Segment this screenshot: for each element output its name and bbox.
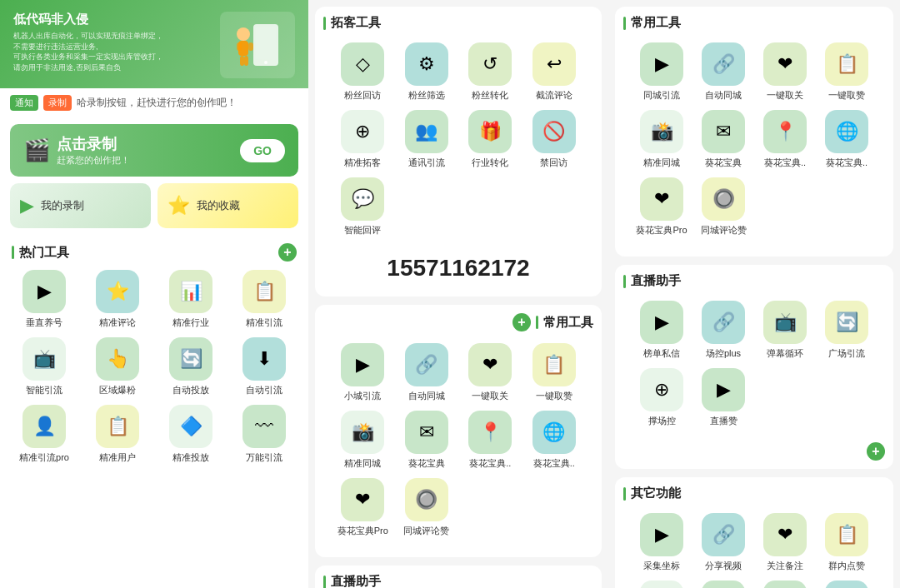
tool-item[interactable]: ⬇自动引流	[232, 337, 297, 396]
tool-item[interactable]: 〰万能引流	[232, 405, 297, 464]
tool-item[interactable]: ▶群内引流	[820, 581, 873, 588]
tuke-indicator	[323, 17, 326, 30]
tool-item[interactable]: ◇粉丝回访	[335, 42, 391, 102]
tool-item[interactable]: ↺粉丝转化	[462, 42, 518, 102]
tool-item[interactable]: ▶一键拉黑	[697, 581, 750, 588]
tool-icon: 🔗	[702, 513, 745, 556]
tool-item[interactable]: 🔄自动投放	[158, 337, 223, 396]
tool-label: 分享视频	[705, 560, 742, 572]
notice-bar: 通知 录制 哈录制按钮，赶快进行您的创作吧！	[0, 88, 308, 117]
tool-item[interactable]: ❤一键取关	[462, 343, 518, 402]
mid-common-plus-button[interactable]: +	[512, 313, 531, 331]
tool-item[interactable]: 🔘同城评论赞	[399, 478, 455, 537]
tool-item[interactable]: 🎁行业转化	[462, 110, 518, 169]
tool-label: 精准同城	[643, 157, 680, 169]
svg-rect-1	[256, 27, 276, 59]
tool-item[interactable]: ⊕精准拓客	[335, 110, 391, 169]
tool-item[interactable]: 👆区域爆粉	[85, 337, 150, 396]
tuke-tools-header: 拓客工具	[323, 15, 593, 31]
tool-item[interactable]: ▶采集坐标	[635, 513, 688, 572]
tool-item[interactable]: 🚫禁回访	[527, 110, 582, 169]
my-collection-card[interactable]: ⭐ 我的收藏	[158, 183, 298, 228]
tool-icon: 🔗	[702, 301, 745, 344]
mid-common-tools-card: + 常用工具 ▶小城引流🔗自动同城❤一键取关📋一键取赞📸精准同城✉葵花宝典📍葵花…	[315, 305, 602, 557]
tool-item[interactable]: ▶榜单私信	[635, 301, 688, 360]
tuke-tools-card: 拓客工具 ◇粉丝回访⚙粉丝筛选↺粉丝转化↩截流评论⊕精准拓客👥通讯引流🎁行业转化…	[315, 7, 602, 296]
tool-item[interactable]: ⭐精准评论	[85, 270, 150, 329]
tool-item[interactable]: ⚙粉丝筛选	[399, 42, 455, 102]
tool-label: 小城引流	[344, 390, 381, 402]
record-banner[interactable]: 🎬 点击录制 赶紧您的创作把！ GO	[10, 124, 298, 177]
tool-item[interactable]: 📍葵花宝典..	[758, 110, 812, 169]
tool-item[interactable]: 📊精准行业	[158, 270, 223, 329]
tool-item[interactable]: ❤一键取关	[758, 42, 812, 102]
tool-item[interactable]: ▶直播赞	[697, 368, 750, 427]
tool-item[interactable]: 📺弹幕循环	[758, 301, 812, 360]
tool-item[interactable]: 🌐葵花宝典..	[527, 411, 582, 470]
tool-item[interactable]: 🔗分享视频	[697, 513, 750, 572]
tool-item[interactable]: 🔗自动同城	[399, 343, 455, 402]
tool-icon: ❤	[640, 177, 683, 221]
tool-item[interactable]: ⊕撑场控	[635, 368, 688, 427]
tool-item[interactable]: 🔷精准投放	[158, 405, 223, 464]
tool-item[interactable]: 🔄广场引流	[820, 301, 873, 360]
tool-label: 区域爆粉	[99, 384, 136, 396]
tool-item[interactable]: ▶同城引流	[635, 42, 688, 102]
tool-item[interactable]: ▶一键去粉	[758, 581, 812, 588]
tool-icon: ▶	[825, 581, 868, 588]
tool-item[interactable]: ❤葵花宝典Pro	[635, 177, 688, 237]
tool-item[interactable]: ▶小城引流	[335, 343, 391, 402]
tool-item[interactable]: ✉葵花宝典	[399, 411, 455, 470]
tool-icon: ⚙	[405, 42, 448, 86]
mid-common-tools-title: 常用工具	[543, 315, 593, 331]
tool-label: 采集坐标	[643, 560, 680, 572]
tool-item[interactable]: 📺智能引流	[12, 337, 77, 396]
tool-item[interactable]: 📸精准同城	[635, 110, 688, 169]
tool-icon: ↺	[468, 42, 512, 86]
right-live-plus-button[interactable]: +	[867, 442, 885, 461]
tool-item[interactable]: 🔗自动同城	[697, 42, 750, 102]
svg-point-2	[264, 61, 268, 64]
tool-item[interactable]: 🔘同城评论赞	[697, 177, 750, 237]
tool-item[interactable]: 📋精准用户	[85, 405, 150, 464]
tool-item[interactable]: ↩截流评论	[527, 42, 582, 102]
tool-item[interactable]: ▶删除消息	[635, 581, 688, 588]
tool-item[interactable]: 📋精准引流	[232, 270, 297, 329]
tool-label: 同城引流	[643, 89, 680, 102]
hot-tools-plus-button[interactable]: +	[278, 243, 297, 262]
tool-icon: ▶	[341, 343, 384, 386]
tool-label: 智能回评	[344, 224, 381, 237]
tool-icon: 🔄	[825, 301, 868, 344]
tool-item[interactable]: 📋群内点赞	[820, 513, 873, 572]
record-card-icon: ▶	[20, 195, 34, 217]
tool-label: 弹幕循环	[767, 347, 803, 360]
hot-tools-grid: ▶垂直养号⭐精准评论📊精准行业📋精准引流📺智能引流👆区域爆粉🔄自动投放⬇自动引流…	[0, 267, 308, 476]
tool-item[interactable]: ❤葵花宝典Pro	[335, 478, 391, 537]
banner-top: 低代码非入侵 机器人出库自动化，可以实现无痕注单绑定， 不需要进行违法运营业务,…	[0, 0, 308, 88]
tool-item[interactable]: ▶垂直养号	[12, 270, 77, 329]
tool-icon: ▶	[763, 581, 807, 588]
tool-item[interactable]: 📋一键取赞	[820, 42, 873, 102]
go-button[interactable]: GO	[240, 139, 285, 162]
tool-icon: ▶	[640, 581, 683, 588]
svg-rect-8	[244, 56, 248, 66]
tool-item[interactable]: 📸精准同城	[335, 411, 391, 470]
tool-label: 直播赞	[710, 415, 738, 427]
tool-item[interactable]: 🌐葵花宝典..	[820, 110, 873, 169]
tool-label: 自动投放	[172, 384, 209, 396]
my-record-card[interactable]: ▶ 我的录制	[10, 183, 151, 228]
tool-item[interactable]: ❤关注备注	[758, 513, 812, 572]
tool-item[interactable]: 🔗场控plus	[697, 301, 750, 360]
tool-label: 粉丝筛选	[408, 89, 445, 102]
tool-item[interactable]: 📍葵花宝典..	[462, 411, 518, 470]
tool-icon: 📋	[825, 513, 868, 556]
tool-item[interactable]: 💬智能回评	[335, 177, 391, 237]
tool-item[interactable]: 👥通讯引流	[399, 110, 455, 169]
tool-item[interactable]: 👤精准引流pro	[12, 405, 77, 464]
tool-item[interactable]: 📋一键取赞	[527, 343, 582, 402]
tool-label: 粉丝回访	[344, 89, 381, 102]
tool-item[interactable]: ✉葵花宝典	[697, 110, 750, 169]
tool-label: 通讯引流	[408, 157, 445, 169]
tool-label: 精准用户	[99, 451, 136, 464]
banner-title: 低代码非入侵	[13, 12, 213, 27]
